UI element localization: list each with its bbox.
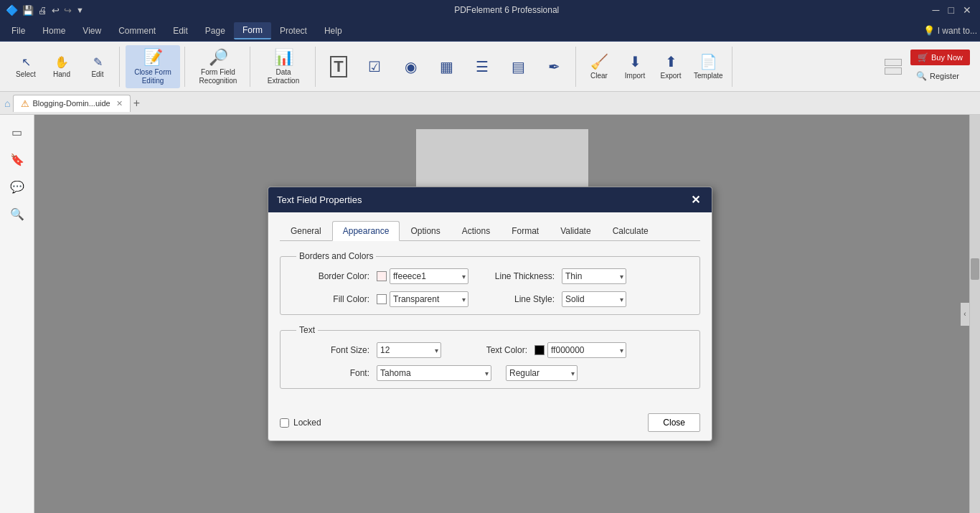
tab-add-button[interactable]: + <box>133 97 140 110</box>
signature-button[interactable]: ✒ <box>537 55 571 78</box>
font-row: Font: Arial Courier Helvetica Tahoma Tim… <box>291 365 689 381</box>
multilist-button[interactable]: ▤ <box>501 55 535 78</box>
export-button[interactable]: ⬆ Export <box>654 50 688 83</box>
border-color-label: Border Color: <box>291 271 369 281</box>
close-btn[interactable]: ✕ <box>960 4 974 16</box>
minimize-btn[interactable]: ─ <box>930 4 943 16</box>
menu-right: 💡 I want to... <box>923 25 977 36</box>
edit-pencil-icon: ✎ <box>93 55 103 69</box>
import-icon: ⬇ <box>629 53 641 70</box>
document-tab[interactable]: ⚠ Blogging-Domin...uide ✕ <box>13 95 130 112</box>
tab-warning-icon: ⚠ <box>21 98 29 109</box>
checkbox-button[interactable]: ☑ <box>357 55 392 78</box>
restore-btn[interactable]: □ <box>946 4 957 16</box>
menu-file[interactable]: File <box>3 23 34 39</box>
undo-btn[interactable]: ↩ <box>52 5 60 16</box>
locked-label[interactable]: Locked <box>293 418 321 428</box>
multilist-icon: ▤ <box>512 58 525 75</box>
fill-color-select[interactable]: Transparent <box>390 291 468 307</box>
menu-page[interactable]: Page <box>197 23 234 39</box>
home-tab-icon[interactable]: ⌂ <box>4 98 10 109</box>
text-color-swatch <box>534 345 545 355</box>
borders-legend: Borders and Colors <box>296 251 376 261</box>
menu-view[interactable]: View <box>74 23 110 39</box>
locked-row: Locked <box>280 418 321 428</box>
import-button[interactable]: ⬇ Import <box>618 50 652 83</box>
text-color-select[interactable]: ff000000 <box>547 342 626 358</box>
dialog-close-x-button[interactable]: ✕ <box>688 193 703 207</box>
line-thickness-label: Line Thickness: <box>476 271 555 281</box>
menu-home[interactable]: Home <box>34 23 74 39</box>
title-bar-left: 🔷 💾 🖨 ↩ ↪ ▼ <box>6 4 84 16</box>
text-field-button[interactable]: T <box>321 53 356 80</box>
tab-validate[interactable]: Validate <box>550 221 601 240</box>
text-legend: Text <box>296 325 318 335</box>
tab-options[interactable]: Options <box>400 221 451 240</box>
tab-actions[interactable]: Actions <box>451 221 501 240</box>
menu-edit[interactable]: Edit <box>164 23 197 39</box>
font-size-select[interactable]: Auto6810121416 <box>377 342 441 358</box>
locked-checkbox[interactable] <box>280 418 289 428</box>
toolbar-right: 🛒 Buy Now 🔍 Register <box>885 50 976 84</box>
dialog-close-button[interactable]: Close <box>648 413 700 432</box>
font-size-control: Auto6810121416 ▾ <box>377 342 441 358</box>
dialog-title-bar: Text Field Properties ✕ <box>268 187 712 212</box>
dropdown-field-button[interactable]: ☰ <box>465 55 499 78</box>
text-field-properties-dialog: Text Field Properties ✕ General Appearan… <box>268 187 712 441</box>
app-icon: 🔷 <box>6 4 18 16</box>
tab-calculate[interactable]: Calculate <box>602 221 659 240</box>
title-bar: 🔷 💾 🖨 ↩ ↪ ▼ PDFelement 6 Professional ─ … <box>0 0 980 20</box>
menu-help[interactable]: Help <box>316 23 351 39</box>
menu-bar: File Home View Comment Edit Page Form Pr… <box>0 20 980 42</box>
form-field-recognition-button[interactable]: 🔎 Form Field Recognition <box>191 45 245 88</box>
font-style-control: Regular Bold Italic Bold Italic ▾ <box>506 365 578 381</box>
cart-icon: 🛒 <box>918 52 928 62</box>
customize-btn[interactable]: ▼ <box>76 6 84 14</box>
template-button[interactable]: 📄 Template <box>689 50 727 83</box>
checkbox-icon: ☑ <box>368 58 381 75</box>
font-style-select[interactable]: Regular Bold Italic Bold Italic <box>506 365 578 381</box>
tab-format[interactable]: Format <box>501 221 550 240</box>
borders-colors-section: Borders and Colors Border Color: ffeeece… <box>280 251 700 315</box>
line-style-select[interactable]: Solid Dashed Beveled Inset Underline <box>562 291 626 307</box>
data-extraction-button[interactable]: 📊 Data Extraction <box>256 45 311 88</box>
toolbar-group-extraction: 📊 Data Extraction <box>252 47 316 87</box>
list-field-button[interactable]: ▦ <box>429 55 463 78</box>
close-form-editing-button[interactable]: 📝 Close Form Editing <box>126 45 180 88</box>
quick-print[interactable]: 🖨 <box>38 5 47 16</box>
quick-save[interactable]: 💾 <box>22 5 34 16</box>
border-color-control: ffeeece1 ▾ <box>377 268 468 284</box>
edit-button[interactable]: ✎ Edit <box>80 52 115 81</box>
line-style-control: Solid Dashed Beveled Inset Underline ▾ <box>562 291 626 307</box>
toolbar-group-actions: 🧹 Clear ⬇ Import ⬆ Export 📄 Template <box>578 47 732 87</box>
hand-button[interactable]: ✋ Hand <box>44 52 79 81</box>
small-toolbar-icon-1[interactable] <box>885 59 902 66</box>
radio-button[interactable]: ◉ <box>393 55 428 78</box>
dialog-title: Text Field Properties <box>277 194 362 205</box>
i-want-to[interactable]: 💡 I want to... <box>923 25 977 36</box>
fill-color-swatch <box>377 294 387 304</box>
tab-close-icon[interactable]: ✕ <box>116 99 123 108</box>
tab-general[interactable]: General <box>280 221 332 240</box>
template-icon: 📄 <box>699 53 717 70</box>
recognition-icon: 🔎 <box>209 48 228 67</box>
redo-btn[interactable]: ↪ <box>64 5 72 16</box>
radio-icon: ◉ <box>405 58 417 75</box>
clear-button[interactable]: 🧹 Clear <box>582 50 616 83</box>
tab-appearance[interactable]: Appearance <box>332 221 400 241</box>
menu-comment[interactable]: Comment <box>110 23 164 39</box>
font-name-select[interactable]: Arial Courier Helvetica Tahoma Times New… <box>377 365 491 381</box>
dialog-footer: Locked Close <box>268 408 712 441</box>
modal-overlay: Text Field Properties ✕ General Appearan… <box>0 115 980 513</box>
font-size-row: Font Size: Auto6810121416 ▾ Text Color: … <box>291 342 689 358</box>
register-button[interactable]: 🔍 Register <box>910 68 970 84</box>
menu-protect[interactable]: Protect <box>271 23 316 39</box>
border-color-select[interactable]: ffeeece1 <box>390 268 468 284</box>
small-toolbar-icon-2[interactable] <box>885 67 902 75</box>
font-size-label: Font Size: <box>291 345 369 355</box>
line-thickness-select[interactable]: Thin Medium Thick <box>562 268 626 284</box>
menu-form[interactable]: Form <box>234 22 271 39</box>
select-button[interactable]: ↖ Select <box>9 52 43 81</box>
fill-color-control: Transparent ▾ <box>377 291 468 307</box>
buy-now-button[interactable]: 🛒 Buy Now <box>910 50 970 65</box>
